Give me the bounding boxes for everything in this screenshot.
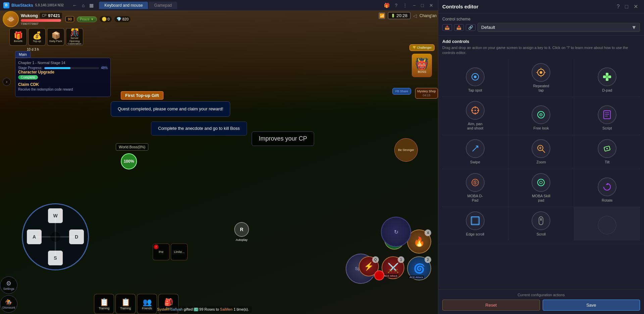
scheme-export-btn[interactable]: 📥	[454, 24, 464, 31]
repeated-tap-label: Repeatedtap	[533, 84, 549, 93]
swipe-control[interactable]: Swipe	[442, 135, 508, 169]
challenge-btn[interactable]: 🏆 Challenger	[409, 44, 435, 51]
chat-player: Safiyah	[170, 307, 183, 311]
tilt-control[interactable]: Tilt	[574, 135, 640, 169]
dpad-w-btn[interactable]: W	[48, 208, 63, 223]
scheme-select[interactable]: Default	[478, 23, 640, 32]
world-boss-label: World Boss(0%)	[119, 145, 145, 149]
svg-line-23	[542, 150, 545, 153]
autoplay-r-btn[interactable]: R	[234, 222, 249, 237]
first-topup-banner[interactable]: First Top-up Gift	[121, 91, 163, 100]
fb-share-btn[interactable]: FB Share	[392, 88, 411, 95]
char-portrait[interactable]: 🐵	[3, 11, 19, 27]
hp-text: 73907/73907	[21, 22, 61, 25]
rotate-label: Rotate	[602, 198, 612, 203]
bs-gift-btn[interactable]: 🎁	[382, 2, 392, 9]
zoom-control[interactable]: Zoom	[508, 135, 574, 169]
free-look-control[interactable]: Free look	[508, 97, 574, 135]
dailypack-icon: 📦	[51, 31, 60, 40]
boss-icon[interactable]: 👹 BOSS	[412, 54, 432, 77]
save-button[interactable]: Save	[543, 300, 640, 311]
stage-bar-track	[44, 67, 99, 69]
tilt-label: Tilt	[605, 160, 609, 164]
tab-keyboard-mouse[interactable]: Keyboard and mouse	[99, 2, 148, 9]
moba-dpad-control[interactable]: 5 MOBA D-Pad	[442, 169, 508, 207]
pre-limited-row: 7 Pre Limite...	[153, 244, 188, 260]
bs-more-btn[interactable]: ⋮	[401, 2, 409, 9]
controls-close-btn[interactable]: ✕	[632, 3, 640, 10]
bs-recent-btn[interactable]: ▦	[87, 2, 96, 9]
dismount-btn[interactable]: 🏇 Dismount	[0, 295, 17, 313]
dpad-d-btn[interactable]: D	[69, 229, 84, 244]
wifi-icon: 📶	[379, 12, 385, 19]
celebration-item[interactable]: 🎊 Server Opening Celebration	[66, 28, 83, 46]
kill-boss-text: Complete the anecdote and go to kill Bos…	[158, 125, 240, 132]
dpad-s-btn[interactable]: S	[48, 251, 63, 265]
peace-mode-btn[interactable]: Peace ▼	[77, 16, 97, 22]
jump-btn[interactable]: ↻	[381, 217, 411, 247]
svg-rect-39	[540, 218, 542, 221]
skill-1-btn[interactable]: 1 ⚔️ ACE Attack	[382, 256, 404, 279]
svg-rect-4	[606, 73, 608, 75]
limited-slot[interactable]: Limite...	[171, 244, 188, 260]
quest-upgrade-title: Character Upgrade	[18, 70, 108, 74]
skill-2-btn[interactable]: 2 🌀 ACE Attack	[407, 256, 431, 280]
bs-app-name: BlueStacks	[11, 3, 33, 8]
training-slot[interactable]: 📋 Training	[94, 294, 114, 314]
quest-cdk-title: Claim CDK	[18, 82, 108, 87]
tab-gamepad[interactable]: Gamepad	[149, 2, 177, 9]
scheme-share-btn[interactable]: 🔗	[466, 24, 476, 31]
dailypack-label: Daily Pack	[49, 40, 62, 43]
controls-restore-btn[interactable]: □	[623, 3, 630, 10]
dpad-a-btn[interactable]: A	[27, 229, 42, 244]
chat-times: 1 time(s).	[234, 307, 249, 311]
rotate-control[interactable]: Rotate	[574, 169, 640, 207]
aim-pan-shoot-control[interactable]: Aim, panand shoot	[442, 97, 508, 135]
topup-item[interactable]: 💰 Top-up	[28, 28, 46, 46]
bs-restore-btn[interactable]: □	[419, 2, 426, 9]
edge-scroll-control[interactable]: Edge scroll	[442, 207, 508, 241]
bs-help-btn[interactable]: ?	[393, 2, 400, 9]
reset-button[interactable]: Reset	[442, 300, 540, 311]
dailypack-item[interactable]: 📦 Daily Pack	[47, 28, 64, 46]
be-stronger-btn[interactable]: Be Stronger	[394, 138, 418, 162]
game-content: 🐵 Wukong CP 97421 73907/73907	[0, 11, 438, 314]
moba-skill-pad-icon	[532, 173, 550, 192]
world-boss-indicator[interactable]: World Boss(0%)	[116, 143, 148, 151]
scroll-control[interactable]: Scroll	[508, 207, 574, 241]
char-name-row: Wukong CP 97421	[21, 13, 62, 18]
cp-improve-dialog: Improves your CP	[252, 132, 314, 146]
bs-back-btn[interactable]: ←	[70, 2, 79, 9]
resources-row: 90 Peace ▼ 🪙 0 💎 820	[65, 16, 131, 22]
moba-skill-pad-control[interactable]: MOBA Skillpad	[508, 169, 574, 207]
bs-close-btn[interactable]: ✕	[427, 2, 435, 9]
hud-top: 🐵 Wukong CP 97421 73907/73907	[0, 11, 438, 28]
scheme-import-btn[interactable]: 📤	[442, 24, 452, 31]
quest-tab-main[interactable]: Main	[15, 51, 31, 58]
scheme-row-controls: 📤 📥 🔗 Default ▼	[442, 23, 640, 32]
quest-item-cdk: Claim CDK Receive the redemption code re…	[18, 82, 108, 91]
tap-spot-control[interactable]: Tap spot	[442, 59, 508, 97]
script-control[interactable]: Script	[574, 97, 640, 135]
pre-slot[interactable]: 7 Pre	[153, 244, 169, 260]
dpad-control[interactable]: D-pad	[574, 59, 640, 97]
bs-home-btn[interactable]: ⌂	[80, 2, 87, 9]
controls-help-btn[interactable]: ?	[614, 3, 622, 10]
mystery-shop-btn[interactable]: Mystery Shop 04:15	[415, 88, 438, 99]
dpad-center	[50, 232, 60, 242]
benefit-item[interactable]: 🎁 Benefit	[9, 28, 27, 46]
controls-title: Controls editor	[442, 4, 479, 9]
quest-complete-dialog: Quest completed, please come and claim y…	[111, 101, 230, 117]
friends-slot[interactable]: 👥 Friends	[137, 294, 157, 314]
skill-1-key: 1	[398, 256, 404, 263]
settings-btn[interactable]: ⚙ Settings	[0, 276, 17, 294]
tilt-icon	[598, 139, 616, 158]
bs-logo-icon: B	[3, 2, 9, 8]
repeated-tap-control[interactable]: Repeatedtap	[508, 59, 574, 97]
control-scheme-row: Control scheme 📤 📥 🔗 Default ▼	[438, 13, 644, 36]
training2-slot[interactable]: 📋 Training	[115, 294, 136, 314]
bs-minimize-btn[interactable]: −	[411, 2, 417, 9]
hp-bar-track	[21, 19, 61, 22]
add-controls-desc: Drag and drop an action on your game scr…	[442, 45, 640, 56]
char-name: Wukong	[21, 13, 38, 18]
